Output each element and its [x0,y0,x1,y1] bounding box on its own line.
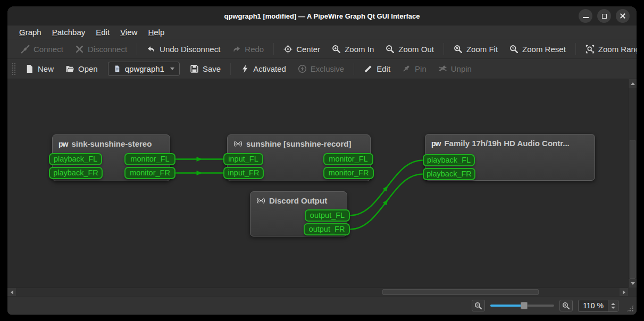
app-window: qpwgraph1 [modified] — A PipeWire Graph … [7,6,637,315]
port-discord-output-fr[interactable]: output_FR [304,223,350,235]
horizontal-scrollbar[interactable] [7,288,628,296]
toolbar-separator [575,43,576,55]
minimize-button[interactable] [579,9,592,23]
zoom-reset-button[interactable]: Zoom Reset [504,41,572,57]
port-sunshine-input-fl[interactable]: input_FL [223,153,263,165]
menu-patchbay[interactable]: Patchbay [47,27,91,38]
toolbar-drag-handle[interactable] [12,63,16,75]
port-sink-playback-fr[interactable]: playback_FR [49,167,103,179]
zoom-slider-fill [490,305,523,307]
arrow-right-icon [623,290,625,294]
scrollbar-corner [628,288,637,296]
edit-button[interactable]: Edit [358,61,396,77]
scroll-left-button[interactable] [7,288,16,296]
zoom-range-icon [586,45,595,54]
menu-help[interactable]: Help [143,27,170,38]
center-button[interactable]: Center [278,41,326,57]
redo-button[interactable]: Redo [226,41,270,57]
arrow-up-icon [631,82,635,85]
edit-label: Edit [377,64,390,73]
zoom-slider[interactable] [490,302,554,309]
save-icon [190,64,199,73]
connection-output-fr-to-playback-fr[interactable] [350,174,423,230]
close-icon [620,13,626,19]
open-label: Open [78,64,98,73]
patchbay-toolbar: New Open qpwgraph1 Save Activated Exclus… [7,58,637,79]
window-resize-grip[interactable] [626,305,634,312]
connect-button[interactable]: Connect [15,41,69,57]
zoom-in-label: Zoom In [345,45,374,54]
zoom-in-button[interactable]: Zoom In [326,41,380,57]
zoom-in-icon [562,302,570,310]
port-sunshine-monitor-fr[interactable]: monitor_FR [323,167,374,179]
exclusive-toggle[interactable]: Exclusive [292,61,350,77]
new-button[interactable]: New [19,61,60,77]
exclusive-label: Exclusive [311,64,344,73]
port-sink-monitor-fl[interactable]: monitor_FL [124,153,175,165]
horizontal-scrollbar-thumb[interactable] [382,289,539,295]
menu-view[interactable]: View [115,27,143,38]
edit-pencil-icon [364,64,373,73]
zoom-out-icon [386,45,395,54]
zoom-range-button[interactable]: Zoom Range [580,41,637,57]
exclusive-bolt-icon [298,64,307,73]
statusbar: 110 % [7,296,637,315]
activated-bolt-icon [240,64,249,73]
scroll-right-button[interactable] [620,288,628,296]
port-discord-output-fl[interactable]: output_FL [305,209,350,222]
toolbar-separator [230,63,231,75]
disconnect-label: Disconnect [88,45,127,54]
pin-icon [402,64,411,73]
open-folder-icon [65,64,74,73]
titlebar[interactable]: qpwgraph1 [modified] — A PipeWire Graph … [7,6,637,26]
statusbar-zoom-in-button[interactable] [559,300,573,311]
zoom-fit-button[interactable]: Zoom Fit [448,41,504,57]
menu-graph[interactable]: Graph [14,27,47,38]
port-family-playback-fr[interactable]: playback_FR [423,168,475,180]
zoom-percentage-value: 110 % [579,300,608,311]
zoom-out-button[interactable]: Zoom Out [380,41,440,57]
chevron-down-icon [170,67,174,70]
zoom-fit-icon [454,45,463,54]
disconnect-icon [75,45,84,54]
zoom-reset-icon [509,45,518,54]
menu-edit[interactable]: Edit [90,27,115,38]
maximize-icon [602,14,607,19]
connect-icon [21,45,30,54]
disconnect-button[interactable]: Disconnect [69,41,133,57]
port-sink-playback-fl[interactable]: playback_FL [49,153,102,165]
zoom-out-icon [474,302,482,310]
undo-disconnect-label: Undo Disconnect [160,45,220,54]
pin-label: Pin [415,64,426,73]
center-label: Center [296,45,320,54]
menubar: Graph Patchbay Edit View Help [7,26,637,39]
scroll-up-button[interactable] [629,79,637,88]
graph-canvas[interactable]: pw sink-sunshine-stereo playback_FL play… [7,79,637,296]
toolbar-separator [137,43,137,55]
save-button[interactable]: Save [184,61,227,77]
undo-disconnect-button[interactable]: Undo Disconnect [141,41,226,57]
activated-toggle[interactable]: Activated [235,61,292,77]
zoom-slider-handle[interactable] [521,302,528,309]
spin-up-button[interactable] [611,303,615,305]
zoom-fit-label: Zoom Fit [466,45,498,54]
patchbay-select-value: qpwgraph1 [125,64,164,73]
port-sunshine-input-fr[interactable]: input_FR [223,167,264,179]
zoom-out-label: Zoom Out [398,45,434,54]
toolbar-separator [354,63,354,75]
statusbar-zoom-out-button[interactable] [472,300,485,311]
port-sunshine-monitor-fl[interactable]: monitor_FL [323,153,373,165]
spin-down-button[interactable] [611,307,615,309]
unpin-button[interactable]: Unpin [432,61,478,77]
pin-button[interactable]: Pin [396,61,432,77]
port-family-playback-fl[interactable]: playback_FL [423,154,475,166]
open-button[interactable]: Open [60,61,104,77]
vertical-scrollbar[interactable] [628,79,637,288]
close-button[interactable] [616,9,630,23]
vertical-scrollbar-thumb[interactable] [630,140,635,279]
port-sink-monitor-fr[interactable]: monitor_FR [124,167,175,179]
patchbay-select[interactable]: qpwgraph1 [108,62,180,76]
zoom-percentage-spinbox[interactable]: 110 % [578,300,618,312]
scroll-down-button[interactable] [629,279,637,288]
maximize-button[interactable] [597,9,611,23]
